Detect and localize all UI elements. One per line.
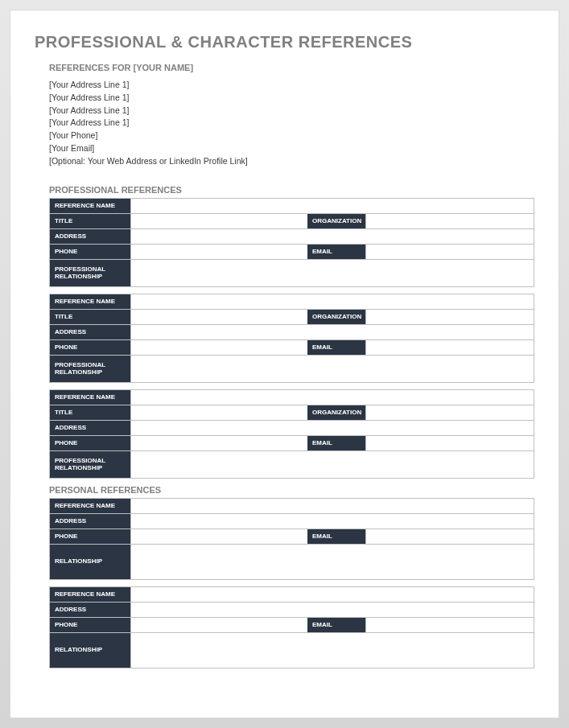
label-email: EMAIL <box>307 340 365 355</box>
label-phone: PHONE <box>50 436 130 450</box>
label-relationship: RELATIONSHIP <box>50 545 130 579</box>
field-email[interactable] <box>365 245 534 259</box>
label-professional-relationship: PROFESSIONAL RELATIONSHIP <box>50 356 130 382</box>
field-professional-relationship[interactable] <box>130 356 534 382</box>
label-reference-name: REFERENCE NAME <box>50 587 130 602</box>
label-title: TITLE <box>50 310 130 324</box>
label-address: ADDRESS <box>50 603 130 617</box>
info-line: [Your Address Line 1] <box>49 92 534 105</box>
label-email: EMAIL <box>307 245 365 259</box>
label-professional-relationship: PROFESSIONAL RELATIONSHIP <box>50 451 130 478</box>
professional-reference-block: REFERENCE NAME TITLE ORGANIZATION ADDRES… <box>49 389 534 479</box>
applicant-info-block: [Your Address Line 1] [Your Address Line… <box>49 79 534 167</box>
field-reference-name[interactable] <box>130 199 534 213</box>
label-email: EMAIL <box>307 436 365 450</box>
field-phone[interactable] <box>130 340 307 355</box>
field-email[interactable] <box>365 529 534 544</box>
professional-reference-block: REFERENCE NAME TITLE ORGANIZATION ADDRES… <box>49 294 534 383</box>
label-reference-name: REFERENCE NAME <box>50 199 130 213</box>
field-relationship[interactable] <box>130 545 534 579</box>
label-address: ADDRESS <box>50 229 130 244</box>
label-email: EMAIL <box>307 618 365 632</box>
info-line: [Your Address Line 1] <box>49 105 534 117</box>
label-phone: PHONE <box>50 618 130 632</box>
field-email[interactable] <box>365 340 534 355</box>
label-phone: PHONE <box>50 340 130 355</box>
field-reference-name[interactable] <box>130 294 534 309</box>
field-title[interactable] <box>130 214 307 228</box>
label-address: ADDRESS <box>50 421 130 435</box>
field-organization[interactable] <box>365 214 534 228</box>
field-title[interactable] <box>130 405 307 420</box>
info-line: [Optional: Your Web Address or LinkedIn … <box>49 155 534 168</box>
section-title-professional: PROFESSIONAL REFERENCES <box>49 185 534 195</box>
label-address: ADDRESS <box>50 325 130 339</box>
field-title[interactable] <box>130 310 307 324</box>
document-page: PROFESSIONAL & CHARACTER REFERENCES REFE… <box>10 10 559 718</box>
info-line: [Your Address Line 1] <box>49 79 534 92</box>
label-reference-name: REFERENCE NAME <box>50 499 130 513</box>
field-email[interactable] <box>365 436 534 450</box>
label-organization: ORGANIZATION <box>307 310 365 324</box>
label-organization: ORGANIZATION <box>307 405 365 420</box>
label-professional-relationship: PROFESSIONAL RELATIONSHIP <box>50 260 130 286</box>
label-organization: ORGANIZATION <box>307 214 365 228</box>
label-reference-name: REFERENCE NAME <box>50 390 130 405</box>
field-relationship[interactable] <box>130 633 534 668</box>
personal-reference-block: REFERENCE NAME ADDRESS PHONE EMAIL RELAT… <box>49 498 534 580</box>
label-title: TITLE <box>50 405 130 420</box>
label-email: EMAIL <box>307 529 365 544</box>
field-address[interactable] <box>130 421 534 435</box>
info-line: [Your Phone] <box>49 130 534 142</box>
field-email[interactable] <box>365 618 534 632</box>
field-reference-name[interactable] <box>130 499 534 513</box>
field-address[interactable] <box>130 229 534 244</box>
label-phone: PHONE <box>50 529 130 544</box>
field-phone[interactable] <box>130 436 307 450</box>
page-title: PROFESSIONAL & CHARACTER REFERENCES <box>35 33 534 51</box>
field-reference-name[interactable] <box>130 587 534 602</box>
label-title: TITLE <box>50 214 130 228</box>
info-line: [Your Address Line 1] <box>49 117 534 130</box>
field-address[interactable] <box>130 325 534 339</box>
field-phone[interactable] <box>130 245 307 259</box>
label-address: ADDRESS <box>50 514 130 529</box>
label-phone: PHONE <box>50 245 130 259</box>
section-title-personal: PERSONAL REFERENCES <box>49 485 534 495</box>
field-organization[interactable] <box>365 310 534 324</box>
field-professional-relationship[interactable] <box>130 260 534 286</box>
info-line: [Your Email] <box>49 142 534 155</box>
field-address[interactable] <box>130 603 534 617</box>
field-phone[interactable] <box>130 529 307 544</box>
personal-reference-block: REFERENCE NAME ADDRESS PHONE EMAIL RELAT… <box>49 586 534 668</box>
field-phone[interactable] <box>130 618 307 632</box>
field-professional-relationship[interactable] <box>130 451 534 478</box>
field-organization[interactable] <box>365 405 534 420</box>
field-reference-name[interactable] <box>130 390 534 405</box>
subheading-references-for: REFERENCES FOR [YOUR NAME] <box>49 63 534 72</box>
label-reference-name: REFERENCE NAME <box>50 294 130 309</box>
label-relationship: RELATIONSHIP <box>50 633 130 668</box>
professional-reference-block: REFERENCE NAME TITLE ORGANIZATION ADDRES… <box>49 198 534 287</box>
field-address[interactable] <box>130 514 534 529</box>
